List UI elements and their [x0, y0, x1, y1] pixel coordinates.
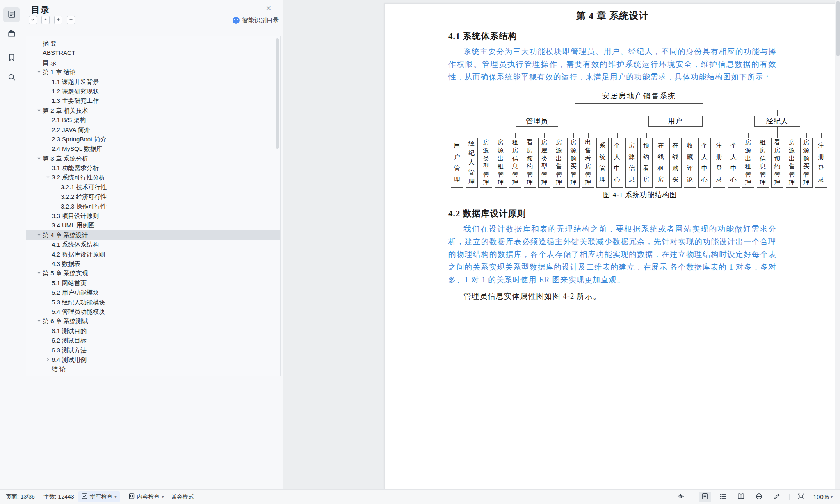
toc-item[interactable]: 5.2 用户功能模块 — [26, 288, 280, 297]
toc-item-label: 第 2 章 相关技术 — [43, 107, 88, 114]
connector-line — [734, 133, 821, 133]
toc-item-label: 结 论 — [52, 366, 66, 372]
toc-item[interactable]: 致 谢 — [26, 374, 280, 376]
toc-item[interactable]: 5.4 管理员功能模块 — [26, 307, 280, 316]
toc-item[interactable]: 6.1 测试目的 — [26, 326, 280, 336]
toc-item[interactable]: 2.2 JAVA 简介 — [26, 125, 280, 134]
doc-magnifier-icon — [128, 493, 135, 501]
book-view-button[interactable] — [735, 492, 747, 502]
diagram-leaf-box: 房源信息 — [625, 138, 638, 188]
toc-item[interactable]: 结 论 — [26, 364, 280, 374]
smart-toc-label: 智能识别目录 — [242, 16, 279, 24]
web-view-button[interactable] — [753, 492, 765, 502]
reading-preview-button[interactable] — [675, 492, 687, 502]
edit-mode-button[interactable] — [771, 492, 783, 502]
chevron-down-icon[interactable] — [35, 268, 43, 278]
close-icon[interactable]: ✕ — [266, 5, 272, 12]
content-check-button[interactable]: 内容检查 ▾ — [128, 493, 164, 501]
toc-item-label: 1.1 课题开发背景 — [52, 78, 99, 85]
rail-attachments-button[interactable] — [3, 27, 20, 42]
toc-item[interactable]: 3.2.2 经济可行性 — [26, 192, 280, 201]
window-scrollbar-thumb[interactable] — [836, 1, 840, 56]
toc-item-label: 3.1 功能需求分析 — [52, 164, 99, 171]
collapse-all-button[interactable] — [67, 16, 75, 24]
toc-item[interactable]: 4.2 数据库设计原则 — [26, 250, 280, 259]
toc-item[interactable]: 第 6 章 系统测试 — [26, 316, 280, 326]
chevron-down-icon[interactable] — [35, 67, 43, 77]
chevron-up-box-icon — [43, 16, 48, 24]
toc-item[interactable]: 1.1 课题开发背景 — [26, 77, 280, 86]
diagram-leaf-box: 房源出售管理 — [553, 138, 565, 188]
page-view-button[interactable] — [699, 492, 711, 502]
toc-item[interactable]: 1.2 课题研究现状 — [26, 86, 280, 96]
toc-item[interactable]: 3.1 功能需求分析 — [26, 163, 280, 173]
spell-check-button[interactable]: 拼写检查 ▾ — [78, 491, 120, 502]
toc-item-label: 5.2 用户功能模块 — [52, 289, 99, 296]
diagram-leaf-box: 租房信息管理 — [757, 138, 769, 188]
connector-line — [457, 133, 617, 133]
toc-item[interactable]: 目 录 — [26, 58, 280, 67]
toc-item-label: 2.1 B/S 架构 — [52, 116, 86, 123]
connector-line — [573, 133, 574, 138]
rail-toc-button[interactable] — [3, 7, 20, 22]
toc-item[interactable]: 2.1 B/S 架构 — [26, 115, 280, 125]
plus-icon — [56, 16, 61, 24]
rail-search-button[interactable] — [3, 70, 20, 85]
toc-item[interactable]: 3.3 项目设计原则 — [26, 211, 280, 220]
connector-line — [530, 133, 530, 138]
toc-item[interactable]: 3.2.1 技术可行性 — [26, 182, 280, 192]
toc-item[interactable]: 第 4 章 系统设计 — [26, 230, 280, 240]
separator — [789, 494, 790, 500]
separator — [39, 494, 39, 500]
check-square-icon — [81, 493, 88, 501]
outline-view-button[interactable] — [717, 492, 729, 502]
toc-item[interactable]: 第 2 章 相关技术 — [26, 106, 280, 115]
chevron-down-icon[interactable] — [35, 230, 43, 240]
collapse-up-button[interactable] — [41, 16, 50, 24]
toc-item[interactable]: 第 1 章 绪论 — [26, 67, 280, 77]
connector-line — [501, 133, 501, 138]
caret-down-icon: ▾ — [162, 495, 164, 499]
diagram-leaf-box: 系统管理 — [596, 138, 609, 188]
connector-line — [632, 133, 632, 138]
toc-item[interactable]: 2.4 MySQL 数据库 — [26, 144, 280, 153]
toc-item[interactable]: ABSTRACT — [26, 48, 280, 57]
toc-item[interactable]: 3.2.3 操作可行性 — [26, 202, 280, 211]
diagram-group-box: 用户 — [648, 116, 703, 127]
connector-line — [603, 133, 603, 138]
fit-page-button[interactable] — [795, 492, 808, 502]
toc-item-label: 致 谢 — [52, 375, 66, 376]
connector-line — [777, 127, 778, 133]
toc-item[interactable]: 6.2 测试目标 — [26, 336, 280, 345]
connector-line — [661, 133, 661, 138]
toc-item[interactable]: 第 3 章 系统分析 — [26, 154, 280, 163]
toc-item[interactable]: 第 5 章 系统实现 — [26, 268, 280, 278]
toc-item[interactable]: 5.1 网站首页 — [26, 278, 280, 288]
window-scrollbar[interactable] — [835, 0, 840, 489]
diagram-leaf-box: 房源购买管理 — [567, 138, 580, 188]
zoom-control[interactable]: 100% ▾ — [813, 493, 833, 500]
toc-item[interactable]: 2.3 SpringBoot 简介 — [26, 134, 280, 144]
toc-item[interactable]: 6.4 测试用例 — [26, 355, 280, 364]
chevron-down-icon[interactable] — [44, 173, 52, 182]
toc-item[interactable]: 6.3 测试方法 — [26, 345, 280, 355]
chevron-down-icon[interactable] — [35, 106, 43, 115]
toc-item[interactable]: 3.4 UML 用例图 — [26, 220, 280, 230]
toc-item[interactable]: 1.3 主要研究工作 — [26, 96, 280, 105]
toc-item[interactable]: 5.3 经纪人功能模块 — [26, 297, 280, 307]
chevron-down-icon[interactable] — [35, 316, 43, 326]
expand-all-button[interactable] — [54, 16, 62, 24]
toc-item[interactable]: 4.3 数据表 — [26, 259, 280, 268]
chevron-down-icon[interactable] — [35, 154, 43, 163]
rail-bookmarks-button[interactable] — [3, 51, 20, 66]
toc-item-label: 3.2.1 技术可行性 — [61, 184, 107, 191]
smart-toc-button[interactable]: 智能识别目录 — [233, 16, 279, 24]
chevron-right-icon[interactable] — [44, 355, 52, 364]
toc-item[interactable]: 摘 要 — [26, 39, 280, 48]
expand-down-button[interactable] — [29, 16, 37, 24]
toc-item[interactable]: 4.1 系统体系结构 — [26, 240, 280, 249]
toc-item[interactable]: 3.2 系统可行性分析 — [26, 173, 280, 182]
toc-scrollbar-thumb[interactable] — [276, 38, 279, 149]
toc-item-label: 5.4 管理员功能模块 — [52, 308, 105, 315]
zoom-value: 100% — [813, 493, 829, 500]
